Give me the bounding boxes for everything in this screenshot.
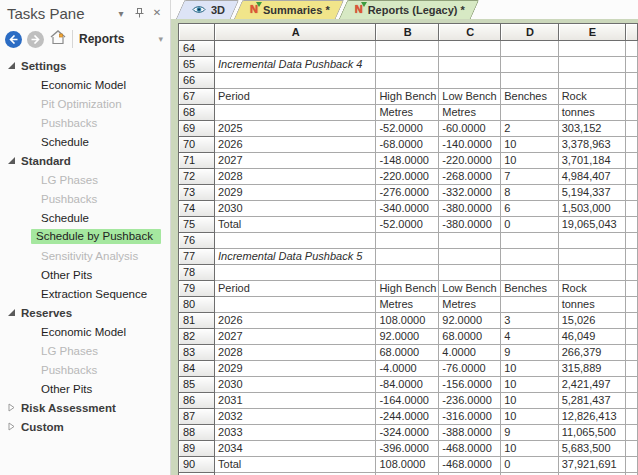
row-header-72[interactable]: 72 <box>179 169 215 185</box>
pin-icon[interactable] <box>132 8 146 18</box>
tree-section-custom[interactable]: Custom <box>0 417 170 436</box>
cell-d71[interactable]: 10 <box>501 153 559 169</box>
cell-c89[interactable]: -468.0000 <box>439 441 501 457</box>
tree-section-settings[interactable]: Settings <box>0 56 170 75</box>
cell-e66[interactable] <box>558 73 626 89</box>
cell-b65[interactable] <box>376 57 439 73</box>
cell-b90[interactable]: 108.0000 <box>376 457 439 473</box>
cell-c80[interactable]: Metres <box>439 297 501 313</box>
cell-e70[interactable]: 3,378,963 <box>558 137 626 153</box>
cell-e78[interactable] <box>558 265 626 281</box>
cell-d79[interactable]: Benches <box>501 281 559 297</box>
cell-c85[interactable]: -156.0000 <box>439 377 501 393</box>
tree-item-other-pits[interactable]: Other Pits <box>0 265 170 284</box>
cell-a68[interactable] <box>215 105 376 121</box>
tree-section-reserves[interactable]: Reserves <box>0 303 170 322</box>
cell-e90[interactable]: 37,921,691 <box>558 457 626 473</box>
row-header-67[interactable]: 67 <box>179 89 215 105</box>
row-header-86[interactable]: 86 <box>179 393 215 409</box>
cell-c71[interactable]: -220.0000 <box>439 153 501 169</box>
cell-d80[interactable] <box>501 297 559 313</box>
cell-d88[interactable]: 9 <box>501 425 559 441</box>
row-header-75[interactable]: 75 <box>179 217 215 233</box>
tree-item-pit-optimization[interactable]: Pit Optimization <box>0 94 170 113</box>
cell-e64[interactable] <box>558 41 626 57</box>
row-header-88[interactable]: 88 <box>179 425 215 441</box>
cell-c88[interactable]: -388.0000 <box>439 425 501 441</box>
cell-c70[interactable]: -140.0000 <box>439 137 501 153</box>
column-header-d[interactable]: D <box>501 24 559 41</box>
cell-d86[interactable]: 10 <box>501 393 559 409</box>
tree-item-economic-model[interactable]: Economic Model <box>0 322 170 341</box>
tree-item-economic-model[interactable]: Economic Model <box>0 75 170 94</box>
row-header-90[interactable]: 90 <box>179 457 215 473</box>
cell-d65[interactable] <box>501 57 559 73</box>
cell-e67[interactable]: Rock <box>558 89 626 105</box>
report-selector-label[interactable]: Reports <box>79 32 158 46</box>
cell-e68[interactable]: tonnes <box>558 105 626 121</box>
cell-c76[interactable] <box>439 233 501 249</box>
close-icon[interactable]: ✕ <box>150 8 164 18</box>
cell-a90[interactable]: Total <box>215 457 376 473</box>
row-header-68[interactable]: 68 <box>179 105 215 121</box>
row-header-73[interactable]: 73 <box>179 185 215 201</box>
twisty-icon[interactable] <box>7 61 18 70</box>
row-header-84[interactable]: 84 <box>179 361 215 377</box>
twisty-icon[interactable] <box>7 156 18 165</box>
cell-e89[interactable]: 5,683,500 <box>558 441 626 457</box>
tree-item-pushbacks[interactable]: Pushbacks <box>0 113 170 132</box>
cell-c81[interactable]: 92.0000 <box>439 313 501 329</box>
cell-a71[interactable]: 2027 <box>215 153 376 169</box>
tree-item-sensitivity-analysis[interactable]: Sensitivity Analysis <box>0 246 170 265</box>
home-icon[interactable] <box>50 30 66 49</box>
tab-summaries[interactable]: N Summaries * <box>238 0 340 19</box>
cell-c82[interactable]: 68.0000 <box>439 329 501 345</box>
row-header-65[interactable]: 65 <box>179 57 215 73</box>
cell-d72[interactable]: 7 <box>501 169 559 185</box>
cell-b86[interactable]: -164.0000 <box>376 393 439 409</box>
cell-e82[interactable]: 46,049 <box>558 329 626 345</box>
cell-e79[interactable]: Rock <box>558 281 626 297</box>
cell-e69[interactable]: 303,152 <box>558 121 626 137</box>
tree-item-lg-phases[interactable]: LG Phases <box>0 170 170 189</box>
row-header-64[interactable]: 64 <box>179 41 215 57</box>
row-header-81[interactable]: 81 <box>179 313 215 329</box>
cell-c90[interactable]: -468.0000 <box>439 457 501 473</box>
tree-item-schedule[interactable]: Schedule <box>0 132 170 151</box>
cell-c67[interactable]: Low Bench <box>439 89 501 105</box>
cell-e75[interactable]: 19,065,043 <box>558 217 626 233</box>
tree-item-extraction-sequence[interactable]: Extraction Sequence <box>0 284 170 303</box>
cell-a81[interactable]: 2026 <box>215 313 376 329</box>
cell-e87[interactable]: 12,826,413 <box>558 409 626 425</box>
forward-button[interactable] <box>27 31 44 48</box>
cell-b84[interactable]: -4.0000 <box>376 361 439 377</box>
cell-d83[interactable]: 9 <box>501 345 559 361</box>
cell-c68[interactable]: Metres <box>439 105 501 121</box>
row-header-70[interactable]: 70 <box>179 137 215 153</box>
cell-b75[interactable]: -52.0000 <box>376 217 439 233</box>
cell-e65[interactable] <box>558 57 626 73</box>
column-header-a[interactable]: A <box>215 24 376 41</box>
cell-a66[interactable] <box>215 73 376 89</box>
cell-c73[interactable]: -332.0000 <box>439 185 501 201</box>
cell-a85[interactable]: 2030 <box>215 377 376 393</box>
cell-b82[interactable]: 92.0000 <box>376 329 439 345</box>
cell-c75[interactable]: -380.0000 <box>439 217 501 233</box>
cell-b89[interactable]: -396.0000 <box>376 441 439 457</box>
cell-b81[interactable]: 108.0000 <box>376 313 439 329</box>
tree-section-risk-assessment[interactable]: Risk Assessment <box>0 398 170 417</box>
cell-a83[interactable]: 2028 <box>215 345 376 361</box>
cell-d68[interactable] <box>501 105 559 121</box>
cell-a82[interactable]: 2027 <box>215 329 376 345</box>
cell-e83[interactable]: 266,379 <box>558 345 626 361</box>
cell-d73[interactable]: 8 <box>501 185 559 201</box>
cell-e77[interactable] <box>558 249 626 265</box>
cell-b70[interactable]: -68.0000 <box>376 137 439 153</box>
cell-d67[interactable]: Benches <box>501 89 559 105</box>
cell-d74[interactable]: 6 <box>501 201 559 217</box>
cell-a88[interactable]: 2033 <box>215 425 376 441</box>
cell-e88[interactable]: 11,065,500 <box>558 425 626 441</box>
row-header-71[interactable]: 71 <box>179 153 215 169</box>
cell-e81[interactable]: 15,026 <box>558 313 626 329</box>
cell-d75[interactable]: 0 <box>501 217 559 233</box>
